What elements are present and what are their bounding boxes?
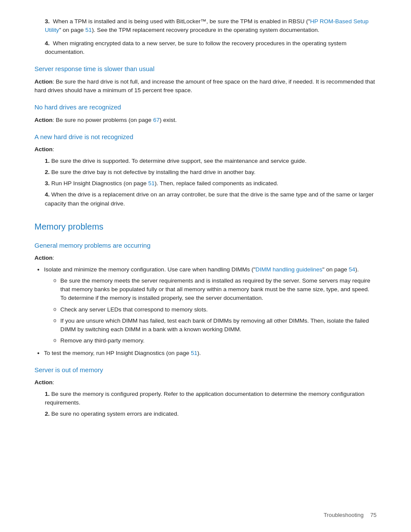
new-hard-drive-list: 1. Be sure the drive is supported. To de… [44, 157, 377, 208]
sub-item-3: If you are unsure which DIMM has failed,… [53, 317, 377, 334]
footer-page: 75 [371, 512, 377, 518]
insight-diag-link-1[interactable]: 51 [148, 180, 155, 187]
sub-item-4: Remove any third-party memory. [53, 336, 377, 345]
section-general-memory: General memory problems are occurring Ac… [34, 241, 377, 358]
section-new-hard-drive-heading: A new hard drive is not recognized [34, 132, 377, 142]
action-label-4: Action [34, 255, 53, 261]
server-response-action: Action: Be sure the hard drive is not fu… [34, 78, 377, 95]
sub-item-2: Check any server LEDs that correspond to… [53, 305, 377, 314]
general-memory-sub-list: Be sure the memory meets the server requ… [53, 277, 377, 345]
new-hd-item-3: 3. Run HP Insight Diagnostics (on page 5… [44, 179, 377, 188]
oom-item-2: 2. Be sure no operating system errors ar… [44, 410, 377, 418]
page-footer: Troubleshooting 75 [318, 511, 377, 520]
power-problems-page-link[interactable]: 67 [153, 117, 159, 123]
general-memory-heading: General memory problems are occurring [34, 241, 377, 251]
section-memory-problems: Memory problems General memory problems … [34, 220, 377, 419]
intro-list: 3. When a TPM is installed and is being … [43, 17, 377, 56]
section-server-response-heading: Server response time is slower than usua… [34, 64, 377, 74]
dimm-handling-link[interactable]: DIMM handling guidelines [255, 266, 322, 273]
server-out-of-memory-heading: Server is out of memory [34, 365, 377, 375]
oom-item-1: 1. Be sure the memory is configured prop… [44, 390, 377, 408]
section-new-hard-drive: A new hard drive is not recognized Actio… [34, 132, 377, 208]
no-hard-drives-action: Action: Be sure no power problems (on pa… [34, 116, 377, 124]
new-hd-item-4: 4. When the drive is a replacement drive… [44, 190, 377, 208]
action-label: Action [34, 78, 53, 85]
rbsu-page-link[interactable]: 51 [85, 27, 92, 33]
footer-label: Troubleshooting [324, 512, 364, 518]
section-no-hard-drives: No hard drives are recognized Action: Be… [34, 103, 377, 124]
general-memory-list: Isolate and minimize the memory configur… [44, 265, 377, 358]
intro-item-4: 4. When migrating encrypted data to a ne… [43, 39, 377, 57]
section-no-hard-drives-heading: No hard drives are recognized [34, 103, 377, 112]
memory-problems-heading: Memory problems [34, 220, 377, 233]
action-label-2: Action [34, 117, 53, 123]
intro-item-3-num: 3. [45, 18, 50, 25]
out-of-memory-list: 1. Be sure the memory is configured prop… [44, 390, 377, 419]
intro-item-4-num: 4. [45, 40, 50, 47]
rbsu-link[interactable]: HP ROM-Based Setup Utility [45, 18, 368, 33]
new-hd-item-2: 2. Be sure the drive bay is not defectiv… [44, 168, 377, 177]
new-hd-item-1: 1. Be sure the drive is supported. To de… [44, 157, 377, 165]
new-hard-drive-action-label: Action: [34, 145, 377, 154]
general-memory-action-label: Action: [34, 254, 377, 262]
insight-diag-link-2[interactable]: 51 [191, 350, 197, 356]
page: 3. When a TPM is installed and is being … [0, 0, 411, 532]
sub-item-1: Be sure the memory meets the server requ… [53, 277, 377, 303]
action-label-3: Action [34, 146, 53, 152]
section-server-out-of-memory: Server is out of memory Action: 1. Be su… [34, 365, 377, 419]
action-label-5: Action [34, 379, 53, 386]
section-server-response: Server response time is slower than usua… [34, 64, 377, 95]
out-of-memory-action-label: Action: [34, 378, 377, 387]
general-memory-item-1: Isolate and minimize the memory configur… [44, 265, 377, 345]
general-memory-item-2: To test the memory, run HP Insight Diagn… [44, 349, 377, 358]
dimm-page-link[interactable]: 54 [349, 266, 355, 273]
intro-item-3: 3. When a TPM is installed and is being … [43, 17, 377, 35]
